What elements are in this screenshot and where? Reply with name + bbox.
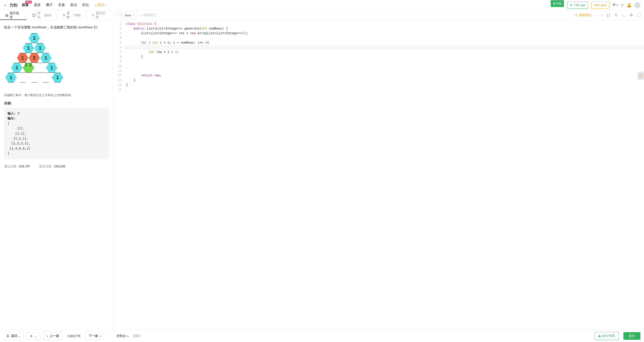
info-icon[interactable]: i bbox=[602, 13, 602, 17]
code-editor[interactable]: 123456789101112131415 class Solution { p… bbox=[113, 20, 644, 330]
smart-mode-indicator[interactable]: 智能模式 bbox=[141, 13, 156, 17]
next-problem-button[interactable]: 下一题 › bbox=[85, 332, 104, 340]
shuffle-icon: ⤨ bbox=[30, 334, 33, 338]
nav-shop[interactable]: ⌂ 商店 ▾ bbox=[94, 3, 106, 7]
code-area[interactable]: class Solution { public List<List<Intege… bbox=[124, 20, 644, 330]
tab-description[interactable]: ▤ 题目描述 bbox=[0, 10, 27, 20]
chevron-up-icon: ▴ bbox=[127, 335, 128, 337]
shop-icon: ⌂ bbox=[94, 3, 96, 7]
nav-contest[interactable]: 竞赛 bbox=[58, 3, 65, 7]
info-icon: i bbox=[140, 334, 141, 338]
reset-icon[interactable]: ↻ bbox=[615, 13, 618, 17]
prev-problem-button[interactable]: ‹ 上一题 bbox=[44, 332, 62, 340]
nav-explore[interactable]: 探索 NEW bbox=[22, 3, 29, 7]
chevron-down-icon: ▾ bbox=[617, 4, 618, 6]
page-indicator: 118/1779 bbox=[66, 334, 82, 338]
new-badge: NEW bbox=[25, 1, 32, 3]
language-switch[interactable]: 中 ▾ bbox=[612, 3, 618, 7]
main-split: ▤ 题目描述 💬 评论 (824) ⚗ 题解(786) ↻ 提交记录 给定一个非… bbox=[0, 10, 644, 342]
bell-icon[interactable]: 🔔 bbox=[626, 3, 632, 7]
comment-icon: 💬 bbox=[32, 13, 36, 17]
braces-icon[interactable]: { } bbox=[607, 13, 610, 17]
nav-interview[interactable]: 面试 bbox=[70, 3, 77, 7]
pascal-triangle-figure: 1 1 1 1 2 1 1 12 1 1 bbox=[4, 33, 109, 89]
nav-items: 探索 NEW 题库 圈子 竞赛 面试 职位 ⌂ 商店 ▾ bbox=[22, 3, 106, 7]
logo[interactable]: ← 力扣 bbox=[4, 2, 18, 8]
clipboard-icon[interactable]: 📋 bbox=[638, 71, 644, 80]
left-pane: ▤ 题目描述 💬 评论 (824) ⚗ 题解(786) ↻ 提交记录 给定一个非… bbox=[0, 10, 113, 342]
download-app-button[interactable]: ⬇ 下载 App bbox=[567, 1, 588, 9]
tab-discuss[interactable]: 💬 评论 (824) bbox=[27, 10, 57, 20]
nav-problems[interactable]: 题库 bbox=[34, 3, 41, 7]
chevron-down-icon: ▾ bbox=[105, 4, 106, 6]
chevron-right-icon: › bbox=[100, 334, 101, 338]
back-arrow-icon: ← bbox=[4, 2, 8, 7]
clock-icon: ⏱ bbox=[575, 13, 578, 17]
figure-caption: 在杨辉三角中，每个数是它左上方和右上方的数的和。 bbox=[4, 93, 109, 97]
nav-circle[interactable]: 圈子 bbox=[46, 3, 53, 7]
editor-toolbar-right: ⏱ 模拟面试 | i { } ↻ ›_ ⚙ ⛶ bbox=[575, 13, 641, 17]
tab-solution[interactable]: ⚗ 题解(786) bbox=[57, 10, 86, 20]
play-icon: ▶ bbox=[599, 334, 601, 338]
console-toggle[interactable]: 控制台 ▴ bbox=[116, 334, 128, 338]
tab-submissions[interactable]: ↻ 提交记录 bbox=[86, 10, 113, 20]
terminal-icon[interactable]: ›_ bbox=[622, 13, 625, 17]
list-icon: ☰ bbox=[6, 334, 10, 338]
editor-toolbar: ⓘ Java ▾ 智能模式 ⏱ 模拟面试 | i { } ↻ ›_ ⚙ ⛶ bbox=[113, 10, 644, 20]
settings-icon[interactable]: ⚙ bbox=[630, 13, 633, 17]
plus-member-button[interactable]: Plus 会员 bbox=[591, 1, 609, 9]
contribute-link[interactable]: 贡献 i bbox=[133, 334, 141, 338]
language-select[interactable]: ⓘ Java ▾ bbox=[116, 12, 138, 19]
history-icon: ↻ bbox=[92, 13, 94, 17]
brand-text: 力扣 bbox=[10, 2, 18, 8]
description-body: 给定一个非负整数 numRows，生成杨辉三角的前 numRows 行。 1 1… bbox=[0, 20, 113, 330]
right-pane: ⓘ Java ▾ 智能模式 ⏱ 模拟面试 | i { } ↻ ›_ ⚙ ⛶ bbox=[113, 10, 644, 342]
left-bottom-bar: ☰ 题目... ⤨ ... ‹ 上一题 118/1779 下一题 › bbox=[0, 330, 113, 342]
problem-list-button[interactable]: ☰ 题目... bbox=[3, 332, 24, 340]
submit-button[interactable]: 提交 bbox=[624, 332, 640, 340]
avatar[interactable] bbox=[634, 2, 640, 8]
right-bottom-bar: 控制台 ▴ 贡献 i ▶ 执行代码 提交 bbox=[113, 330, 644, 342]
fullscreen-icon[interactable]: ⛶ bbox=[637, 13, 641, 17]
playground-icon[interactable]: ⎚ bbox=[621, 3, 624, 7]
flask-icon: ⚗ bbox=[62, 13, 65, 17]
line-gutter: 123456789101112131415 bbox=[113, 20, 124, 330]
new-feature-flag[interactable]: 新功能 bbox=[551, 0, 564, 7]
status-dot-icon bbox=[141, 14, 142, 16]
example-title: 示例: bbox=[4, 101, 109, 105]
shuffle-button[interactable]: ⤨ ... bbox=[27, 332, 40, 340]
problem-tabs: ▤ 题目描述 💬 评论 (824) ⚗ 题解(786) ↻ 提交记录 bbox=[0, 10, 113, 20]
problem-statement: 给定一个非负整数 numRows，生成杨辉三角的前 numRows 行。 bbox=[4, 24, 109, 30]
example-block: 输入: 5 输出: [ [1], [1,1], [1,2,1], [1,3,3,… bbox=[4, 108, 109, 159]
stat-pass: 通过次数103,797 bbox=[4, 165, 30, 169]
top-right: 新功能 ⬇ 下载 App Plus 会员 中 ▾ ⎚ 🔔 bbox=[551, 1, 640, 9]
chevron-left-icon: ‹ bbox=[47, 334, 48, 338]
code-icon: ⓘ bbox=[120, 13, 122, 17]
top-nav: ← 力扣 探索 NEW 题库 圈子 竞赛 面试 职位 ⌂ 商店 ▾ 新功能 ⬇ … bbox=[0, 0, 644, 10]
nav-jobs[interactable]: 职位 bbox=[82, 3, 89, 7]
stat-submit: 提交次数154,200 bbox=[39, 165, 65, 169]
stats-row: 通过次数103,797 提交次数154,200 bbox=[4, 165, 109, 169]
download-icon: ⬇ bbox=[570, 3, 572, 7]
mock-interview-button[interactable]: ⏱ 模拟面试 bbox=[575, 13, 592, 17]
chevron-down-icon: ▾ bbox=[133, 14, 134, 16]
description-icon: ▤ bbox=[5, 13, 8, 17]
run-code-button[interactable]: ▶ 执行代码 bbox=[594, 332, 619, 340]
